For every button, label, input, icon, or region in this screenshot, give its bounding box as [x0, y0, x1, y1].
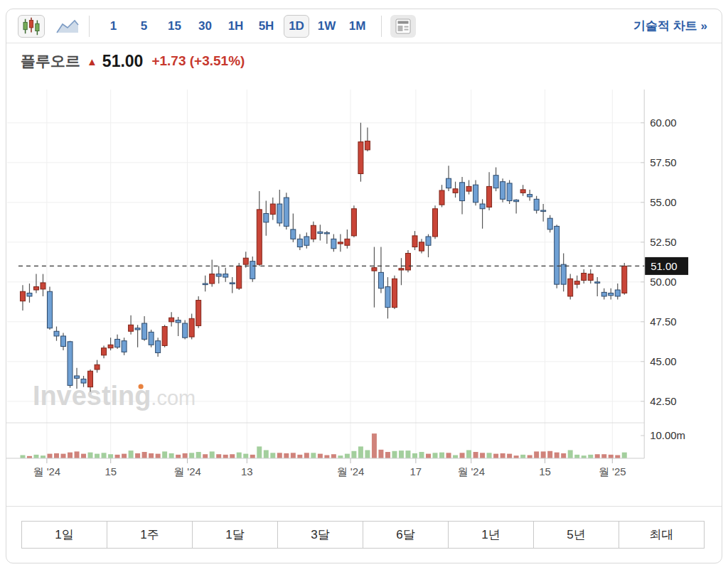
svg-text:15: 15: [105, 465, 117, 477]
svg-text:17: 17: [410, 465, 422, 477]
svg-text:51.00: 51.00: [651, 260, 677, 272]
quote-header: 플루오르 ▲ 51.00 +1.73 (+3.51%): [21, 51, 245, 71]
timeframe-1W[interactable]: 1W: [311, 15, 342, 38]
chart-toolbar: 1515301H5H1D1W1M 기술적 차트 »: [6, 9, 722, 43]
svg-text:45.00: 45.00: [650, 355, 676, 367]
section-divider: [6, 506, 722, 507]
svg-text:월 '24: 월 '24: [33, 465, 61, 477]
range-1년[interactable]: 1년: [448, 521, 534, 549]
price-up-arrow-icon: ▲: [87, 55, 97, 68]
svg-text:10.00m: 10.00m: [650, 429, 685, 441]
svg-text:50.00: 50.00: [650, 276, 676, 288]
candlestick-chart-button[interactable]: [18, 15, 45, 38]
range-1일[interactable]: 1일: [21, 521, 107, 549]
current-price-tag: 51.00: [645, 257, 688, 275]
candlestick-chart-icon: [21, 16, 41, 36]
svg-text:월 '25: 월 '25: [599, 465, 626, 477]
svg-text:Investing.com: Investing.com: [33, 381, 196, 411]
candles: [20, 123, 626, 392]
svg-text:55.00: 55.00: [650, 196, 676, 208]
svg-text:60.00: 60.00: [650, 117, 676, 129]
chart-widget: 1515301H5H1D1W1M 기술적 차트 » 플루오르 ▲ 51.00 +…: [6, 9, 722, 563]
svg-text:13: 13: [241, 465, 253, 477]
news-panel-icon: [395, 18, 411, 34]
toolbar-divider: [381, 16, 382, 37]
svg-text:52.50: 52.50: [650, 236, 676, 248]
volume-bars: [20, 433, 626, 458]
timeframe-1[interactable]: 1: [98, 15, 129, 38]
area-chart-button[interactable]: [55, 15, 80, 38]
svg-text:월 '24: 월 '24: [173, 465, 201, 477]
timeframe-5[interactable]: 5: [129, 15, 159, 38]
svg-text:15: 15: [539, 465, 551, 477]
range-button-row: 1일1주1달3달6달1년5년최대: [21, 521, 705, 549]
x-axis-labels: 월 '2415월 '2413월 '2417월 '2415월 '25: [33, 458, 626, 477]
timeframe-1D[interactable]: 1D: [284, 15, 309, 38]
svg-text:42.50: 42.50: [650, 395, 676, 407]
range-1주[interactable]: 1주: [107, 521, 193, 549]
area-chart-icon: [55, 17, 80, 36]
price-volume-chart[interactable]: Investing.com60.0057.5055.0052.5050.0047…: [6, 85, 722, 490]
range-1달[interactable]: 1달: [192, 521, 278, 549]
timeframe-group: 1515301H5H1D1W1M: [98, 15, 373, 38]
news-panel-button[interactable]: [390, 15, 416, 38]
technical-chart-link[interactable]: 기술적 차트 »: [633, 18, 707, 34]
timeframe-5H[interactable]: 5H: [251, 15, 282, 38]
range-최대[interactable]: 최대: [619, 521, 705, 549]
timeframe-15[interactable]: 15: [159, 15, 190, 38]
instrument-name: 플루오르: [21, 51, 80, 71]
watermark: Investing.com: [33, 381, 196, 411]
range-3달[interactable]: 3달: [277, 521, 363, 549]
range-5년[interactable]: 5년: [533, 521, 619, 549]
svg-text:47.50: 47.50: [650, 315, 676, 328]
timeframe-1H[interactable]: 1H: [220, 15, 251, 38]
toolbar-divider: [89, 16, 90, 37]
last-price: 51.00: [102, 52, 144, 71]
timeframe-30[interactable]: 30: [190, 15, 220, 38]
svg-text:57.50: 57.50: [650, 156, 676, 168]
y-axis-labels: 60.0057.5055.0052.5050.0047.5045.0042.50…: [641, 117, 685, 441]
range-6달[interactable]: 6달: [363, 521, 449, 549]
timeframe-1M[interactable]: 1M: [342, 15, 373, 38]
svg-text:월 '24: 월 '24: [337, 465, 365, 477]
svg-text:월 '24: 월 '24: [457, 465, 485, 477]
price-change: +1.73 (+3.51%): [151, 53, 245, 69]
